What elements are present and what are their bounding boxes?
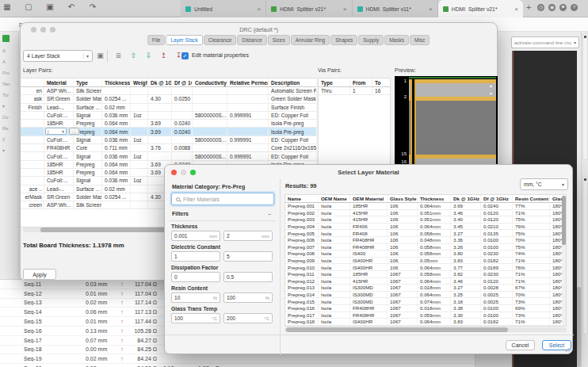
save-stack-icon[interactable]: ▣ [94, 50, 106, 62]
filter-min-input[interactable]: 10 % [171, 292, 220, 303]
cancel-button[interactable]: Cancel [506, 340, 535, 350]
drc-tab[interactable]: Annular Ring [291, 35, 330, 45]
layer-weight: 1oz [131, 152, 148, 159]
filter-min-input[interactable]: 0 [171, 272, 220, 282]
layer-row[interactable]: 185HR Prepreg 0.064 mm 3.69 0.0240 Isola… [21, 120, 316, 128]
layer-row[interactable]: CuFoil:... Signal 0.036 mm 1oz 58000000S… [21, 136, 316, 144]
drc-tab[interactable]: Distance [237, 35, 266, 45]
layer-permeability [227, 87, 269, 94]
material-row[interactable]: Prepreg.018 Isola IS400HR 1067 0.064mm 3… [285, 319, 566, 326]
glass-trans: 180°C [550, 312, 563, 319]
layer-row[interactable]: ask SR:Green Solder Mask 0.0254 ... 4.30… [21, 95, 316, 103]
material-combo[interactable]: |▾ [45, 128, 67, 135]
layer-tool-icon[interactable]: ↥ [158, 50, 170, 62]
toolbar-icon[interactable]: ↷ [87, 2, 98, 11]
toolbar-icon[interactable]: ▢ [23, 2, 34, 11]
results-hscrollbar[interactable] [284, 327, 567, 332]
filter-max-input[interactable]: 100 % [223, 292, 273, 303]
resize-grip[interactable]: ◿ [565, 346, 569, 353]
layer-row[interactable]: Finish Lead-... Surface ... 0.02 mm Surf… [21, 104, 316, 112]
collapse-icon[interactable]: − [268, 211, 272, 218]
material-row[interactable]: Prepreg.009 Isola IS400HR 106 0.05mm 3.8… [285, 258, 566, 265]
units-dropdown[interactable]: mm, °C ▾ [520, 178, 568, 190]
layer-row[interactable]: CuFoil:... Signal 0.036 mm 1oz 58000000S… [21, 112, 316, 120]
drc-tab[interactable]: Sizes [268, 35, 290, 45]
close-icon[interactable]: × [343, 6, 347, 13]
window-tab[interactable]: HDMI_Splitter v11* × [353, 0, 438, 17]
segment-row[interactable]: Seg-20 0.03 mm ↑ 84.23 Ω 0.12 ps 1.07 mΩ [0, 364, 475, 367]
oem-name: Isola [319, 224, 350, 230]
scrollbar-thumb[interactable] [562, 196, 566, 245]
material-row[interactable]: Prepreg.014 Isola IS300MD 1067 0.064mm 3… [285, 292, 566, 299]
close-icon[interactable]: × [429, 6, 433, 13]
toolbar-icon[interactable]: ▦ [2, 2, 13, 11]
chrome-action-icon[interactable]: ◉ [548, 4, 556, 11]
filter-min-input[interactable]: 1 [171, 251, 220, 262]
window-tab[interactable]: HDMI_Splitter v21* × [438, 0, 523, 17]
layer-row[interactable]: en ASP:Wh... Silk Screen Automatic Scree… [21, 87, 316, 95]
new-tab-icon[interactable]: + [526, 2, 531, 12]
material-row[interactable]: Prepreg.016 Isola FR408HR 1067 0.018mm 3… [285, 305, 566, 312]
filter-min-input[interactable]: 0.001 mm [171, 231, 220, 241]
material-row[interactable]: Prepreg.004 Isola FR406 106 0.064mm 3.45… [285, 224, 566, 231]
chrome-action-icon[interactable]: ⚑ [559, 4, 567, 11]
window-tab[interactable]: HDMI_Splitter v21* × [266, 0, 352, 17]
layer-tool-icon[interactable]: ≣ [113, 50, 124, 62]
material-row[interactable]: Prepreg.006 Isola FR408HR 106 0.048mm 3.… [285, 237, 566, 244]
right-dock-tab[interactable] [582, 176, 588, 335]
close-icon[interactable]: × [258, 6, 262, 13]
material-row[interactable]: Prepreg.008 Isola IS400 106 0.058mm 3.80… [285, 250, 566, 258]
drc-tab[interactable]: Clearance [204, 35, 237, 45]
layer-conductivity [193, 104, 227, 111]
chrome-action-icon[interactable]: ? [571, 4, 578, 11]
filter-max-value: 100 [227, 295, 235, 300]
drc-tab[interactable]: Supply [358, 35, 384, 45]
material-row[interactable]: Prepreg.003 Isola 415HR 106 0.051mm 3.40… [285, 216, 566, 224]
via-pair-row[interactable]: Thru 1 16 [319, 87, 390, 95]
right-dock-tab[interactable] [582, 33, 588, 160]
filter-max-input[interactable]: 0.5 [223, 272, 273, 282]
oem-material: 185HR [350, 203, 388, 209]
drc-tab[interactable]: Misc [410, 35, 430, 45]
material-row[interactable]: Prepreg.005 Isola FR408 106 0.058mm 3.27… [285, 230, 566, 237]
layer-tool-icon[interactable]: ⇩ [143, 50, 155, 62]
scrollbar-thumb[interactable] [286, 327, 508, 332]
filter-min-input[interactable]: 100 °C [171, 313, 220, 323]
layer-tool-icon[interactable]: ⇧ [128, 50, 139, 62]
material-row[interactable]: Prepreg.010 Isola IS400HR 106 0.064mm 3.… [285, 264, 566, 271]
toolbar-icon[interactable]: ▣ [44, 2, 55, 11]
stack-selector[interactable]: 4 Layer Stack ▾ [23, 50, 93, 62]
material-row[interactable]: Prepreg.012 Isola 415HR 1067 0.064mm 3.4… [285, 278, 566, 285]
command-line-dropdown[interactable]: activate command line mo... ▾ [511, 36, 579, 48]
segment-row[interactable]: Seg-19 0.02 mm ↑ 84.24 Ω [0, 354, 475, 364]
edit-material-checkbox[interactable]: ✓ [181, 52, 189, 59]
filter-max-input[interactable]: 5 [223, 251, 273, 262]
material-row[interactable]: Prepreg.007 Isola FR408HR 106 0.058mm 3.… [285, 244, 566, 251]
layer-row[interactable]: CuFoil:... Signal 0.036 mm 1oz 58000000S… [21, 152, 316, 160]
material-row[interactable]: Prepreg.015 Isola IS300MD 1067 0.074mm 3… [285, 298, 566, 305]
app-screen: ▦▢▣↶↷ Untitled × HDMI_Splitter v21* × HD… [0, 0, 588, 367]
glass-style: 106 [388, 244, 418, 250]
filter-max-input[interactable]: 200 °C [223, 313, 273, 323]
filter-search-input[interactable]: Filter Materials [171, 193, 274, 205]
layer-row[interactable]: FR408HR Core 0.711 mm 3.76 0.0088 Core 2… [21, 144, 316, 152]
material-row[interactable]: Prepreg.013 Isola IS300MD 1067 0.018mm 3… [285, 285, 566, 292]
left-strip-label: Tan [2, 82, 10, 86]
scrollbar-thumb[interactable] [40, 227, 167, 232]
filter-max-input[interactable]: 2 mm [223, 231, 273, 241]
drc-tab[interactable]: Masks [384, 35, 409, 45]
material-row[interactable]: Prepreg.002 Isola 415HR 106 0.051mm 3.46… [285, 210, 566, 217]
chrome-action-icon[interactable]: ◷ [537, 4, 544, 11]
apply-button[interactable]: Apply [23, 269, 56, 280]
drc-tab[interactable]: Shapes [330, 35, 357, 45]
close-icon[interactable]: × [514, 6, 518, 13]
toolbar-icon[interactable]: ↶ [66, 2, 77, 11]
material-row[interactable]: Prepreg.001 Isola 185HR 106 0.064mm 3.69… [285, 203, 566, 210]
material-row[interactable]: Prepreg.011 Isola 185HR 1067 0.058mm 3.8… [285, 271, 566, 278]
drc-tab[interactable]: File [147, 35, 165, 45]
material-row[interactable]: Prepreg.017 Isola FR408HR 1067 0.059mm 3… [285, 312, 566, 319]
window-tab[interactable]: Untitled × [181, 0, 266, 17]
drc-tab[interactable]: Layer Stack [166, 35, 202, 45]
material-browse-button[interactable]: … [69, 128, 79, 135]
left-strip-label: ▾ [2, 104, 10, 109]
